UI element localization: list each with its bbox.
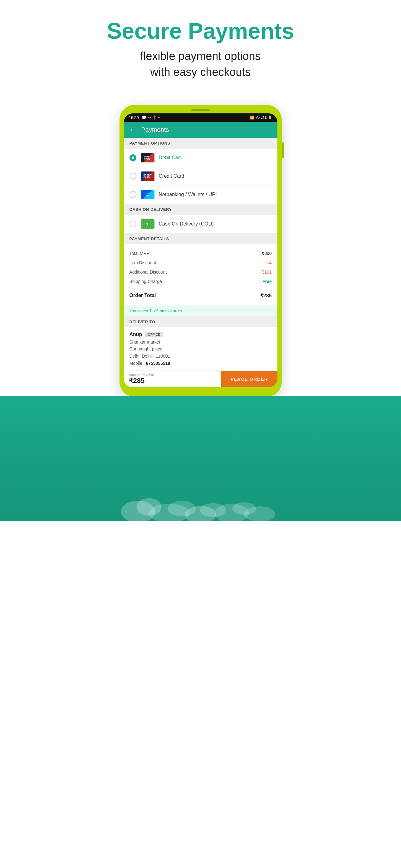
- radio-debit[interactable]: [130, 154, 136, 161]
- cod-section-header: CASH ON DELIVERY: [124, 204, 277, 215]
- signal-text: Vo LTE: [256, 116, 267, 119]
- radio-netbanking[interactable]: [130, 191, 136, 198]
- amount-value: ₹285: [129, 377, 216, 385]
- place-order-button[interactable]: PLACE ORDER: [221, 371, 277, 387]
- radio-cod[interactable]: [130, 220, 136, 227]
- mobile-label: Mobile :: [130, 361, 146, 366]
- detail-divider: [130, 288, 272, 288]
- radio-dot-debit: [132, 156, 134, 159]
- order-total-row: Order Total ₹285: [130, 290, 272, 301]
- payment-details-body: Total MRP ₹390 Item Discount - ₹4 Additi…: [124, 244, 277, 306]
- hero-subtitle: flexible payment options with easy check…: [6, 49, 395, 80]
- bottom-area: [0, 396, 401, 521]
- additional-discount-row: Additional Discount - ₹101: [130, 267, 272, 277]
- payment-option-debit[interactable]: DEBITCARD Debit Card: [124, 149, 277, 167]
- cod-icon: 💵: [141, 219, 155, 229]
- status-right: 📶 Vo LTE 🔋: [250, 116, 272, 120]
- address-line2: Connaught place: [130, 346, 163, 351]
- shipping-value: Free: [262, 279, 272, 284]
- deliver-to-body: Anup OFFICE Shankar market Connaught pla…: [124, 327, 277, 370]
- credit-card-label: Credit Card: [159, 173, 185, 179]
- payment-options-header: PAYMENT OPTIONS: [124, 138, 277, 149]
- phone-screen: 16:59 💬 ✏ 📍 • 📶 Vo LTE 🔋 ← Payments PAYM…: [124, 113, 277, 387]
- battery-icon: 🔋: [268, 116, 272, 120]
- status-time: 16:59: [129, 115, 139, 120]
- item-discount-row: Item Discount - ₹4: [130, 258, 272, 267]
- status-left: 16:59 💬 ✏ 📍 •: [129, 115, 160, 120]
- netbanking-icon: 💻: [141, 190, 155, 199]
- address-line3: Delhi, Delhi - 110001: [130, 353, 170, 359]
- shipping-label: Shipping Charge: [130, 279, 162, 284]
- radio-credit[interactable]: [130, 173, 136, 180]
- payment-option-credit[interactable]: CREDITCARD Credit Card: [124, 167, 277, 186]
- additional-discount-value: - ₹101: [259, 270, 272, 275]
- shipping-row: Shipping Charge Free: [130, 277, 272, 286]
- cod-label: Cash On Delivery (COD): [159, 221, 214, 227]
- clouds-decoration: [0, 459, 401, 521]
- item-discount-label: Item Discount: [130, 260, 156, 265]
- phone-shell: 16:59 💬 ✏ 📍 • 📶 Vo LTE 🔋 ← Payments PAYM…: [120, 105, 282, 397]
- debit-card-label: Debit Card: [159, 155, 182, 160]
- hero-section: Secure Payments flexible payment options…: [0, 0, 401, 92]
- debit-card-icon: DEBITCARD: [141, 153, 155, 162]
- deliver-address: Shankar market Connaught place Delhi, De…: [130, 339, 272, 360]
- item-discount-value: - ₹4: [264, 260, 271, 265]
- deliver-name: Anup: [130, 332, 142, 337]
- deliver-to-header: DELIVER TO: [124, 316, 277, 327]
- phone-area: 16:59 💬 ✏ 📍 • 📶 Vo LTE 🔋 ← Payments PAYM…: [0, 92, 401, 397]
- bottom-bar: Amount Payable ₹285 PLACE ORDER: [124, 370, 277, 387]
- savings-bar: You saved ₹105 on this order: [124, 306, 277, 316]
- payment-option-cod[interactable]: 💵 Cash On Delivery (COD): [124, 215, 277, 233]
- status-icons: 💬 ✏ 📍 •: [141, 115, 160, 120]
- order-total-value: ₹285: [260, 293, 272, 299]
- total-mrp-label: Total MRP: [130, 251, 150, 256]
- app-header: ← Payments: [124, 122, 277, 138]
- side-button: [282, 143, 284, 158]
- total-mrp-value: ₹390: [262, 251, 271, 256]
- additional-discount-label: Additional Discount: [130, 270, 167, 275]
- deliver-name-row: Anup OFFICE: [130, 332, 272, 337]
- app-header-title: Payments: [141, 126, 169, 133]
- address-line1: Shankar market: [130, 340, 160, 344]
- amount-section: Amount Payable ₹285: [124, 370, 221, 387]
- credit-card-icon: CREDITCARD: [141, 172, 155, 181]
- status-bar: 16:59 💬 ✏ 📍 • 📶 Vo LTE 🔋: [124, 113, 277, 122]
- office-badge: OFFICE: [145, 332, 163, 337]
- total-mrp-row: Total MRP ₹390: [130, 249, 272, 258]
- deliver-mobile: Mobile : 8755055519: [130, 361, 272, 366]
- payment-option-netbanking[interactable]: 💻 Netbanking / Wallets / UPI: [124, 186, 277, 204]
- mobile-number: 8755055519: [146, 361, 170, 366]
- hero-title: Secure Payments: [6, 19, 395, 43]
- order-total-label: Order Total: [130, 293, 156, 299]
- phone-notch: [191, 109, 210, 111]
- wifi-icon: 📶: [250, 116, 254, 120]
- amount-label: Amount Payable: [129, 373, 216, 377]
- back-button[interactable]: ←: [130, 126, 136, 133]
- clouds-svg: [0, 459, 401, 521]
- payment-details-header: PAYMENT DETAILS: [124, 233, 277, 244]
- netbanking-label: Netbanking / Wallets / UPI: [159, 192, 217, 197]
